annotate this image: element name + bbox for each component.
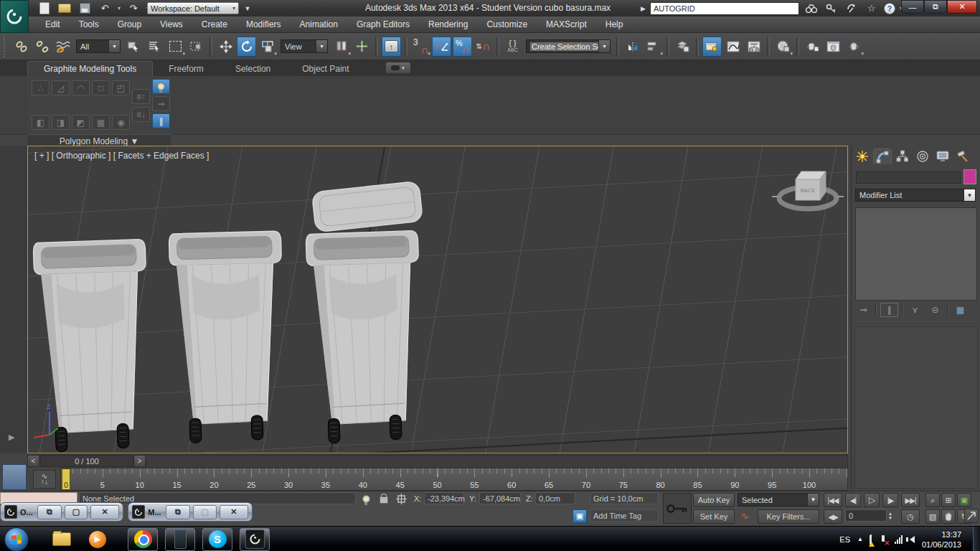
edit-poly-mode-button[interactable]: ▦ bbox=[92, 115, 110, 130]
modifier-stack-list[interactable] bbox=[855, 207, 977, 301]
select-and-scale-button[interactable]: ▾ bbox=[258, 37, 277, 57]
mirror-button[interactable] bbox=[623, 37, 642, 57]
edge-mode-button[interactable]: ◿ bbox=[52, 80, 70, 95]
angle-snap-toggle[interactable]: ∩ bbox=[432, 37, 451, 57]
reference-coordinate-system-dropdown[interactable]: View ▾ bbox=[281, 39, 328, 53]
menu-animation[interactable]: Animation bbox=[291, 17, 347, 32]
spinner-down-icon[interactable]: ▼ bbox=[888, 516, 892, 520]
power-status-icon[interactable] bbox=[879, 535, 887, 544]
help-icon[interactable]: ? bbox=[884, 3, 895, 14]
menu-edit[interactable]: Edit bbox=[36, 17, 70, 32]
subscription-key-icon[interactable] bbox=[824, 2, 839, 15]
select-and-link-button[interactable] bbox=[11, 37, 31, 57]
tab-hierarchy[interactable] bbox=[893, 149, 912, 164]
trash-bin-1[interactable] bbox=[33, 239, 152, 452]
pan-view-button[interactable] bbox=[941, 509, 956, 524]
default-in-out-tangents-button[interactable]: ∿ bbox=[738, 509, 752, 522]
taskbar-skype-button[interactable]: S bbox=[202, 528, 232, 551]
select-by-name-button[interactable] bbox=[145, 37, 164, 57]
configure-modifier-sets-button[interactable]: ▦ bbox=[952, 303, 969, 316]
remove-modifier-button[interactable]: ⊝ bbox=[927, 303, 943, 316]
floater-close-button[interactable]: ✕ bbox=[220, 505, 248, 519]
minimized-window-o[interactable]: O... ⧉ ▢ ✕ bbox=[0, 502, 123, 522]
minimize-button[interactable]: — bbox=[901, 0, 924, 14]
show-end-result-ribbon-button[interactable]: ∥ bbox=[152, 113, 170, 128]
taskbar-clock[interactable]: 13:37 01/06/2013 bbox=[922, 529, 961, 550]
taskbar-3dsmax-button[interactable] bbox=[240, 528, 270, 551]
floater-restore-button[interactable]: ⧉ bbox=[166, 505, 191, 519]
menu-group[interactable]: Group bbox=[108, 17, 151, 32]
set-key-button[interactable]: Set Key bbox=[693, 509, 735, 524]
play-animation-button[interactable]: ▷ bbox=[864, 493, 880, 507]
percent-snap-toggle[interactable]: % ∩ bbox=[453, 37, 472, 57]
select-and-manipulate-button[interactable] bbox=[352, 37, 372, 57]
edit-named-selection-sets-button[interactable]: { } ABC bbox=[503, 37, 522, 57]
object-color-swatch[interactable] bbox=[963, 169, 976, 184]
key-selection-set-dropdown[interactable]: Selected ▼ bbox=[738, 493, 819, 507]
window-crossing-toggle-button[interactable] bbox=[187, 37, 206, 57]
material-editor-button[interactable]: ▾ bbox=[773, 37, 793, 57]
workspace-extra-dropdown[interactable]: ▼ bbox=[242, 2, 253, 14]
select-object-button[interactable] bbox=[124, 37, 143, 57]
taskbar-explorer-button[interactable] bbox=[47, 529, 76, 550]
object-name-field[interactable] bbox=[856, 171, 961, 184]
key-filters-button[interactable]: Key Filters... bbox=[758, 509, 819, 524]
select-and-move-button[interactable] bbox=[216, 37, 235, 57]
undo-button[interactable]: ↶ bbox=[98, 2, 112, 14]
auto-key-button[interactable]: Auto Key bbox=[693, 493, 735, 507]
trash-bin-3[interactable] bbox=[306, 230, 425, 443]
network-signal-icon[interactable] bbox=[895, 535, 903, 544]
frame-spinner[interactable]: ▲ ▼ bbox=[888, 509, 892, 522]
floater-close-button[interactable]: ✕ bbox=[90, 505, 119, 519]
previous-modifier-button[interactable]: ≡↑ bbox=[132, 89, 150, 104]
add-time-tag-button[interactable]: Add Time Tag bbox=[590, 509, 659, 522]
tab-modify[interactable] bbox=[873, 149, 892, 164]
time-slider[interactable]: 0 bbox=[62, 468, 70, 490]
ribbon-tab-object-paint[interactable]: Object Paint bbox=[286, 62, 364, 76]
border-mode-button[interactable]: ◠ bbox=[72, 80, 90, 95]
previous-frame-trackbar-button[interactable]: < bbox=[27, 455, 39, 467]
menu-graph-editors[interactable]: Graph Editors bbox=[347, 17, 419, 32]
next-frame-trackbar-button[interactable]: > bbox=[133, 455, 146, 467]
spinner-snap-toggle[interactable]: ⇅ ∩ bbox=[473, 37, 493, 57]
keyboard-shortcut-override-toggle[interactable]: ↑ bbox=[382, 37, 401, 57]
start-button[interactable] bbox=[4, 527, 29, 551]
rectangular-selection-region-button[interactable]: ▾ bbox=[166, 37, 185, 57]
open-file-button[interactable] bbox=[57, 2, 72, 14]
search-binoculars-icon[interactable] bbox=[804, 2, 819, 15]
show-desktop-button[interactable] bbox=[973, 527, 980, 551]
set-keys-button[interactable] bbox=[663, 493, 692, 524]
toggle-command-panel-button[interactable] bbox=[152, 79, 170, 94]
application-menu-button[interactable] bbox=[0, 0, 29, 33]
render-setup-button[interactable] bbox=[803, 37, 822, 57]
current-frame-field[interactable]: 0 bbox=[845, 509, 887, 522]
selection-filter-dropdown[interactable]: All ▾ bbox=[76, 39, 121, 53]
snaps-toggle-3d-button[interactable]: 3 ∩ ▾ bbox=[411, 37, 430, 57]
tab-motion[interactable] bbox=[913, 149, 932, 164]
go-to-end-button[interactable]: ▶▶| bbox=[901, 493, 920, 507]
floater-restore-button[interactable]: ⧉ bbox=[37, 505, 62, 519]
ribbon-tab-graphite-modeling-tools[interactable]: Graphite Modeling Tools bbox=[27, 61, 153, 76]
viewport-label[interactable]: [ + ] [ Orthographic ] [ Facets + Edged … bbox=[34, 151, 209, 161]
menu-help[interactable]: Help bbox=[596, 17, 633, 32]
select-and-rotate-button[interactable] bbox=[237, 37, 256, 57]
tab-display[interactable] bbox=[933, 149, 952, 164]
track-bar-keys-area[interactable] bbox=[146, 455, 848, 468]
modifier-list-dropdown[interactable]: Modifier List ▼ bbox=[855, 189, 976, 202]
language-indicator[interactable]: ES bbox=[839, 535, 850, 544]
action-center-icon[interactable] bbox=[870, 535, 872, 544]
minimized-window-m[interactable]: M... ⧉ ▢ ✕ bbox=[128, 502, 253, 522]
taskbar-media-player-button[interactable]: ▶ bbox=[83, 529, 112, 550]
maximize-viewport-toggle[interactable] bbox=[964, 509, 979, 523]
toolbar-drag-handle[interactable] bbox=[4, 36, 9, 57]
restore-button[interactable]: ⧉ bbox=[924, 0, 947, 14]
pin-stack-ribbon-button[interactable]: ⊸ bbox=[152, 96, 170, 111]
go-to-start-button[interactable]: |◀◀ bbox=[824, 493, 842, 507]
save-file-button[interactable] bbox=[77, 2, 92, 14]
element-mode-button[interactable]: ◰ bbox=[112, 80, 130, 95]
named-selection-set-dropdown[interactable]: Create Selection Se ▾ bbox=[526, 39, 611, 53]
vertex-mode-button[interactable]: ∴ bbox=[32, 80, 50, 95]
zoom-extents-button[interactable]: ▣ bbox=[957, 493, 971, 507]
trash-bin-3-lid[interactable] bbox=[311, 181, 423, 232]
ribbon-display-options-button[interactable]: ▾ bbox=[385, 62, 411, 74]
